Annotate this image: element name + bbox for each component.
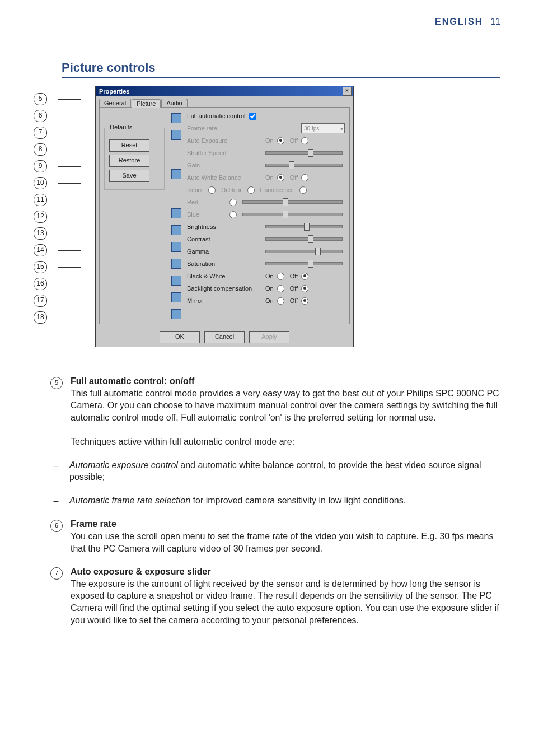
brightness-label: Brightness — [187, 223, 260, 230]
fluorescence-label: Fluorescence — [260, 187, 294, 193]
brightness-icon — [171, 208, 181, 218]
entry-6-body: You can use the scroll open menu to set … — [71, 531, 493, 553]
outdoor-radio[interactable] — [247, 186, 255, 194]
properties-dialog: Properties × General Picture Audio Defau… — [95, 86, 354, 347]
mirror-icon — [171, 309, 181, 319]
reset-button[interactable]: Reset — [109, 139, 149, 152]
auto-wb-label: Auto White Balance — [187, 174, 260, 181]
blue-slider[interactable] — [242, 213, 343, 216]
callout-17: 17 — [34, 295, 47, 307]
icon-column — [170, 111, 182, 319]
auto-wb-on-radio[interactable] — [277, 174, 284, 181]
gamma-label: Gamma — [187, 248, 260, 255]
bw-off-radio[interactable] — [301, 273, 308, 280]
blue-radio[interactable] — [229, 211, 237, 218]
backlight-label: Backlight compensation — [187, 285, 260, 292]
dialog-button-row: OK Cancel Apply — [96, 328, 353, 347]
callout-7: 7 — [34, 127, 47, 139]
callout-18: 18 — [34, 311, 47, 324]
chevron-down-icon: ▾ — [340, 125, 343, 132]
entry-5-lead: Techniques active within full automatic … — [71, 437, 294, 446]
bw-on-radio[interactable] — [277, 273, 284, 280]
blackwhite-icon — [171, 276, 181, 286]
blue-label: Blue — [187, 211, 226, 218]
bullet-dash: – — [50, 460, 62, 483]
entry-5-bullet1-italic: Automatic exposure control — [69, 460, 178, 470]
contrast-icon — [171, 225, 181, 235]
framerate-icon — [171, 113, 181, 123]
callout-14: 14 — [34, 244, 47, 256]
red-radio[interactable] — [229, 199, 237, 206]
backlight-off-radio[interactable] — [301, 285, 308, 292]
body-text: 5 Full automatic control: on/off This fu… — [50, 375, 500, 626]
gain-slider[interactable] — [265, 164, 343, 167]
saturation-slider[interactable] — [265, 262, 343, 265]
callout-11: 11 — [34, 194, 47, 206]
mirror-label: Mirror — [187, 297, 260, 304]
exposure-icon — [171, 130, 181, 140]
fluorescence-radio[interactable] — [299, 186, 307, 194]
entry-6-marker: 6 — [50, 520, 63, 532]
figure: 5 6 7 8 9 10 11 12 13 14 15 16 17 18 Pro… — [62, 86, 500, 347]
mirror-on-radio[interactable] — [277, 297, 284, 305]
frame-rate-dropdown[interactable]: 30 fps▾ — [301, 123, 345, 133]
contrast-slider[interactable] — [265, 237, 343, 241]
entry-5-body: This full automatic control mode provide… — [71, 389, 499, 422]
whitebalance-icon — [171, 169, 181, 179]
close-icon[interactable]: × — [343, 87, 352, 96]
callout-16: 16 — [34, 278, 47, 290]
auto-exposure-off-radio[interactable] — [301, 137, 308, 144]
callout-9: 9 — [34, 160, 47, 172]
callout-10: 10 — [34, 177, 47, 189]
gamma-slider[interactable] — [265, 250, 343, 253]
contrast-label: Contrast — [187, 236, 260, 242]
page: ENGLISH 11 Picture controls 5 6 7 8 9 10… — [0, 0, 534, 756]
restore-button[interactable]: Restore — [109, 155, 149, 167]
cancel-button[interactable]: Cancel — [204, 331, 245, 343]
entry-5-title: Full automatic control: on/off — [71, 376, 194, 386]
apply-button[interactable]: Apply — [249, 331, 289, 343]
tab-audio[interactable]: Audio — [161, 99, 187, 107]
dialog-titlebar[interactable]: Properties × — [96, 86, 353, 96]
picture-panel: Defaults Reset Restore Save — [99, 107, 350, 324]
entry-5-bullet2-rest: for improved camera sensitivity in low l… — [190, 496, 406, 505]
indoor-radio[interactable] — [208, 186, 216, 194]
callout-6: 6 — [34, 110, 47, 122]
ok-button[interactable]: OK — [160, 331, 200, 343]
mirror-off-radio[interactable] — [301, 297, 308, 305]
entry-7-marker: 7 — [50, 567, 63, 580]
defaults-group: Defaults Reset Restore Save — [104, 128, 165, 190]
outdoor-label: Outdoor — [221, 187, 241, 193]
entry-5-bullet2-italic: Automatic frame rate selection — [69, 496, 190, 505]
gamma-icon — [171, 242, 181, 252]
entry-7-body: The exposure is the amount of light rece… — [71, 579, 499, 625]
shutter-speed-label: Shutter Speed — [187, 150, 260, 156]
full-auto-checkbox[interactable] — [249, 113, 256, 120]
bullet-dash: – — [50, 495, 62, 507]
brightness-slider[interactable] — [265, 225, 343, 228]
shutter-speed-slider[interactable] — [265, 151, 343, 155]
save-button[interactable]: Save — [109, 170, 149, 182]
entry-7-title: Auto exposure & exposure slider — [71, 567, 211, 576]
section-title: Picture controls — [62, 60, 500, 78]
tab-picture[interactable]: Picture — [132, 99, 161, 108]
red-label: Red — [187, 199, 226, 206]
auto-exposure-on-radio[interactable] — [277, 137, 284, 144]
backlight-on-radio[interactable] — [277, 285, 284, 292]
callout-column: 5 6 7 8 9 10 11 12 13 14 15 16 17 18 — [34, 94, 81, 323]
auto-wb-off-radio[interactable] — [301, 174, 308, 181]
callout-12: 12 — [34, 211, 47, 223]
callout-8: 8 — [34, 143, 47, 156]
callout-5: 5 — [34, 93, 47, 105]
indoor-label: Indoor — [187, 187, 203, 193]
full-auto-label: Full automatic control — [187, 113, 246, 119]
saturation-icon — [171, 259, 181, 269]
callout-15: 15 — [34, 261, 47, 273]
gain-label: Gain — [187, 162, 260, 169]
entry-6-title: Frame rate — [71, 519, 116, 529]
auto-exposure-label: Auto Exposure — [187, 137, 260, 144]
red-slider[interactable] — [242, 200, 343, 204]
defaults-legend: Defaults — [108, 124, 134, 130]
saturation-label: Saturation — [187, 260, 260, 267]
tab-general[interactable]: General — [99, 99, 131, 107]
